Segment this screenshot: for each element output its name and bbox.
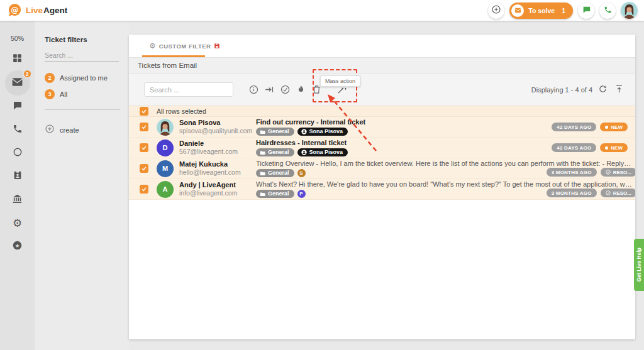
department-label: General	[268, 170, 289, 177]
transfer-icon[interactable]	[264, 84, 275, 95]
time-badge: 42 DAYS AGO	[552, 143, 596, 152]
user-avatar[interactable]	[621, 2, 638, 19]
department-tag[interactable]: General	[256, 169, 294, 177]
mail-icon	[11, 76, 23, 90]
agent-tag[interactable]: Sona Pisova	[297, 128, 348, 136]
requester-email: spisova@qualityunit.com	[179, 127, 256, 135]
brand-agent-text: Agent	[43, 6, 67, 15]
status-dot-icon	[605, 146, 608, 150]
sidebar-item-tickets[interactable]: 2	[5, 70, 30, 96]
status-badge: RESO...	[601, 168, 635, 177]
select-all-checkbox[interactable]	[140, 107, 148, 116]
department-tag[interactable]: General	[256, 148, 294, 156]
sidebar-item-addons[interactable]: ★	[11, 240, 24, 253]
left-icon-rail: 50% 2	[0, 21, 35, 350]
filter-assigned-to-me[interactable]: 2 Assigned to me	[45, 73, 120, 83]
add-button[interactable]	[488, 3, 504, 19]
requester-email: 567@liveagent.com	[179, 148, 256, 156]
resolve-icon[interactable]	[280, 84, 291, 95]
filter-all[interactable]: 3 All	[45, 89, 120, 99]
time-badge: 3 MONTHS AGO	[547, 168, 597, 177]
scroll-top-icon[interactable]	[614, 84, 625, 95]
tab-bar: ⚙ CUSTOM FILTER	[129, 35, 635, 58]
table-row[interactable]: A Andy | LiveAgent info@liveagent.com Wh…	[129, 179, 635, 200]
filters-search-input[interactable]	[45, 50, 119, 62]
to-solve-envelope-icon	[511, 4, 524, 17]
sidebar-item-academy[interactable]	[11, 194, 24, 206]
tag-badge[interactable]: S	[297, 169, 306, 177]
avatar: A	[157, 181, 174, 198]
agent-tag[interactable]: Sona Pisova	[297, 148, 348, 156]
table-row[interactable]: M Matej Kukucka hello@liveagent.com Tick…	[129, 158, 635, 179]
divider	[45, 109, 120, 110]
row-checkbox[interactable]	[140, 143, 148, 152]
sidebar-item-time[interactable]	[11, 147, 24, 160]
tab-label: CUSTOM FILTER	[159, 43, 211, 50]
chats-button[interactable]	[578, 3, 594, 19]
mass-action-tooltip: Mass action	[320, 75, 360, 87]
tickets-toolbar: Displaying 1 - 4 of 4	[129, 74, 635, 106]
svg-text:@: @	[11, 5, 18, 14]
gear-icon: ⚙	[149, 42, 156, 50]
sidebar-item-chats[interactable]	[11, 101, 24, 113]
ticket-filters-panel: Ticket filters 2 Assigned to me 3 All cr…	[35, 21, 129, 350]
refresh-icon[interactable]	[598, 84, 609, 95]
contact-card-icon	[13, 170, 23, 183]
get-live-help-button[interactable]: Get Live Help	[634, 239, 644, 291]
bank-icon	[12, 194, 23, 207]
capacity-label: 50%	[11, 35, 24, 42]
to-solve-label: To solve	[528, 7, 555, 14]
brand-live-text: Live	[26, 6, 43, 15]
filter-label: All	[60, 90, 67, 98]
table-row[interactable]: Sona Pisova spisova@qualityunit.com Find…	[129, 117, 635, 138]
requester-name: Matej Kukucka	[179, 160, 256, 169]
selection-label: All rows selected	[157, 107, 206, 115]
sidebar-item-calls[interactable]	[11, 124, 24, 136]
to-solve-button[interactable]: To solve 1	[509, 3, 573, 19]
save-filter-icon[interactable]	[214, 40, 220, 52]
spam-flame-icon[interactable]	[296, 84, 306, 95]
ring-icon	[13, 147, 23, 160]
sidebar-item-contacts[interactable]	[11, 170, 24, 183]
time-badge: 3 MONTHS AGO	[547, 189, 597, 197]
calls-button[interactable]	[599, 3, 616, 19]
dashboard-grid-icon	[12, 53, 23, 66]
row-checkbox[interactable]	[140, 185, 148, 194]
tag-badge[interactable]: P	[297, 190, 306, 198]
agent-label: Sona Pisova	[309, 128, 343, 135]
requester-name: Daniele	[179, 139, 256, 148]
tickets-search-input[interactable]	[144, 82, 233, 97]
row-checkbox[interactable]	[140, 123, 148, 131]
status-badge: NEW	[600, 143, 628, 152]
table-row[interactable]: D Daniele 567@liveagent.com Hairdresses …	[129, 138, 635, 158]
department-tag[interactable]: General	[256, 128, 294, 136]
selection-bar: All rows selected	[129, 106, 635, 117]
list-pagination: Displaying 1 - 4 of 4	[531, 74, 625, 106]
department-label: General	[268, 128, 289, 135]
sidebar-item-dashboard[interactable]	[11, 53, 24, 65]
create-filter-button[interactable]: create	[45, 124, 120, 136]
plus-circle-icon	[491, 4, 501, 17]
tab-custom-filter[interactable]: ⚙ CUSTOM FILTER	[149, 35, 220, 57]
status-badge: NEW	[600, 123, 628, 131]
requester-email: hello@liveagent.com	[179, 168, 256, 177]
filter-count-badge: 2	[45, 73, 55, 83]
active-tab-indicator	[142, 55, 205, 57]
avatar: M	[157, 160, 174, 177]
star-circle-icon: ★	[12, 240, 23, 253]
row-checkbox[interactable]	[140, 164, 148, 173]
gear-icon: ⚙	[13, 218, 22, 229]
view-title-bar: Tickets from Email	[129, 58, 635, 74]
info-icon[interactable]	[248, 84, 259, 95]
tickets-panel: ⚙ CUSTOM FILTER Tickets from Email	[129, 35, 635, 339]
get-live-help-label: Get Live Help	[636, 248, 642, 282]
sidebar-item-settings[interactable]: ⚙	[11, 217, 24, 229]
tickets-count-badge: 2	[23, 69, 32, 79]
department-tag[interactable]: General	[256, 190, 294, 198]
app-header: @ Live Agent To solve 1	[0, 0, 644, 21]
avatar: D	[157, 139, 174, 156]
time-badge: 42 DAYS AGO	[552, 123, 596, 131]
header-actions: To solve 1	[488, 2, 638, 19]
to-solve-count: 1	[562, 7, 565, 14]
logo-bubble-icon: @	[8, 3, 22, 18]
